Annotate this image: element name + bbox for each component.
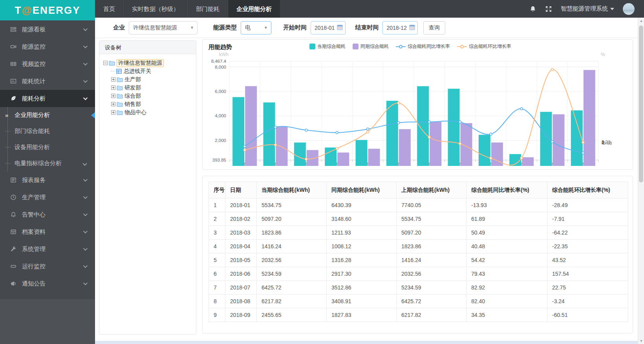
sidebar-item-alarm-center[interactable]: 告警中心 xyxy=(0,206,95,223)
expand-icon[interactable] xyxy=(111,77,115,82)
table-row: 12018-015534.756430.397740.05-13.93-28.4… xyxy=(209,198,628,212)
tree-node-label[interactable]: 许继信息智慧能源 xyxy=(117,59,164,67)
tree-node[interactable]: 销售部 xyxy=(111,100,192,108)
table-cell: 8 xyxy=(209,295,225,308)
expand-icon[interactable] xyxy=(111,110,115,115)
report-icon xyxy=(10,177,16,183)
start-time-input[interactable]: 2018-01 xyxy=(311,21,346,35)
legend-item[interactable]: 综合能耗同比增长率 xyxy=(396,43,450,50)
collapse-icon[interactable] xyxy=(103,61,108,65)
tree-node-label[interactable]: 研发部 xyxy=(124,84,141,91)
legend-item[interactable]: 当期综合能耗 xyxy=(309,43,346,50)
tree-node-label[interactable]: 物品中心 xyxy=(124,109,146,116)
system-name-menu[interactable]: 智慧能源管理系统 xyxy=(561,5,614,13)
calendar-icon[interactable] xyxy=(337,24,343,31)
meter-icon xyxy=(116,68,122,74)
table-column-header: 序号 xyxy=(209,182,225,198)
sidebar-item-label: 视频监控 xyxy=(22,60,46,68)
sidebar-subitem-power-indicator-analysis[interactable]: 电量指标综合分析 xyxy=(0,155,95,171)
nav-tab-home[interactable]: 首页 xyxy=(95,0,123,18)
svg-text:393.85: 393.85 xyxy=(212,158,226,162)
tree-node-label[interactable]: 销售部 xyxy=(124,101,141,108)
chevron-down-icon: ▼ xyxy=(264,25,268,30)
expand-icon[interactable] xyxy=(111,94,115,98)
scroll-up-button[interactable]: ▲ xyxy=(638,18,644,24)
company-select[interactable]: 许继信息智慧能源 ▼ xyxy=(129,21,198,35)
horizontal-scrollbar[interactable] xyxy=(95,341,638,344)
svg-text:8,000: 8,000 xyxy=(215,65,226,69)
folder-icon xyxy=(109,60,115,66)
fullscreen-icon[interactable] xyxy=(545,5,552,13)
sidebar-subitem-label: 部门综合能耗 xyxy=(15,127,50,135)
sidebar-item-video-monitoring[interactable]: 视频监控 xyxy=(0,55,95,73)
drive-icon xyxy=(10,263,16,269)
tree-node-label[interactable]: 综合部 xyxy=(124,93,141,100)
expand-icon[interactable] xyxy=(111,86,115,90)
active-item-marker xyxy=(91,112,95,118)
tree-node[interactable]: 总进线开关 xyxy=(111,67,192,75)
table-cell: 1316.28 xyxy=(327,253,397,267)
nav-tab-enterprise-energy-analysis[interactable]: 企业用能分析 xyxy=(228,0,280,18)
table-cell: 82.92 xyxy=(467,281,547,295)
search-button[interactable]: 查询 xyxy=(423,21,445,35)
sidebar-item-archives[interactable]: 档案资料 xyxy=(0,223,95,240)
sidebar-item-energy-dashboard[interactable]: 能源看板 xyxy=(0,21,95,38)
tree-line-icon xyxy=(5,163,11,164)
table-cell: 54.42 xyxy=(467,253,547,267)
sidebar-item-production-mgmt[interactable]: 生产管理 xyxy=(0,189,95,206)
sidebar-item-label: 通知公告 xyxy=(22,280,46,288)
scroll-down-button[interactable]: ▼ xyxy=(638,338,644,344)
energy-data-table-panel: 序号日期当期综合能耗(kWh)同期综合能耗(kWh)上期综合能耗(kWh)综合能… xyxy=(202,176,633,333)
filter-bar: 企业 许继信息智慧能源 ▼ 能源类型 电 ▼ 开始时间 2018-01 结束时间… xyxy=(95,18,638,38)
vertical-scrollbar[interactable]: ▲ ▼ xyxy=(638,18,644,344)
tree-node-label[interactable]: 生产部 xyxy=(124,76,141,83)
chevron-down-icon xyxy=(83,177,88,182)
sidebar-item-label: 系统管理 xyxy=(22,246,46,253)
expand-icon[interactable] xyxy=(111,102,115,106)
tree-line-icon xyxy=(5,147,11,147)
sidebar-item-operation-monitoring[interactable]: 运行监控 xyxy=(0,258,95,275)
tree-node-root[interactable]: 许继信息智慧能源 xyxy=(103,59,192,67)
nav-tab-realtime-data[interactable]: 实时数据（秒级） xyxy=(123,0,187,18)
legend-item[interactable]: 综合能耗环比增长率 xyxy=(457,43,511,50)
svg-text:%: % xyxy=(601,52,605,57)
sidebar-item-notice[interactable]: 通知公告 xyxy=(0,275,95,292)
tree-node[interactable]: 物品中心 xyxy=(111,108,192,116)
table-cell: 22.75 xyxy=(547,281,628,295)
end-time-input[interactable]: 2018-12 xyxy=(382,21,417,35)
sidebar-item-report-service[interactable]: 报表服务 xyxy=(0,171,95,189)
energy-type-select[interactable]: 电 ▼ xyxy=(241,21,271,35)
table-cell: 6430.39 xyxy=(327,198,397,212)
tree-node-label[interactable]: 总进线开关 xyxy=(124,68,151,75)
legend-bar-swatch xyxy=(309,44,315,49)
sidebar-item-energy-monitoring[interactable]: 能源监控 xyxy=(0,38,95,55)
chevron-down-icon: ▼ xyxy=(190,25,194,30)
sidebar-item-label: 能耗分析 xyxy=(22,95,46,102)
end-time-label: 结束时间 xyxy=(355,24,379,31)
sidebar-subitem-enterprise-energy-analysis[interactable]: »企业用能分析 xyxy=(0,107,95,123)
table-cell: -64.22 xyxy=(547,226,628,240)
table-row: 72018-076425.723512.865234.5982.9222.75 xyxy=(209,281,628,295)
tree-node[interactable]: 综合部 xyxy=(111,92,192,100)
calendar-icon[interactable] xyxy=(409,24,415,31)
top-bar: 首页实时数据（秒级）部门能耗企业用能分析 智慧能源管理系统 xyxy=(0,0,644,18)
nav-tab-dept-energy[interactable]: 部门能耗 xyxy=(187,0,228,18)
sidebar-item-energy-stats[interactable]: 能耗统计 xyxy=(0,73,95,90)
main-content: 企业 许继信息智慧能源 ▼ 能源类型 电 ▼ 开始时间 2018-01 结束时间… xyxy=(95,18,638,344)
sidebar-item-system-mgmt[interactable]: 系统管理 xyxy=(0,240,95,258)
sidebar-item-energy-analysis[interactable]: 能耗分析 xyxy=(0,90,95,107)
table-cell: 2018-03 xyxy=(225,226,257,240)
sidebar-subitem-dept-comprehensive-energy[interactable]: 部门综合能耗 xyxy=(0,123,95,139)
sidebar-item-label: 告警中心 xyxy=(22,211,46,218)
tree-node[interactable]: 研发部 xyxy=(111,84,192,92)
table-cell: 1823.86 xyxy=(257,226,327,240)
sidebar-subitem-device-energy-analysis[interactable]: 设备用能分析 xyxy=(0,139,95,155)
tree-node[interactable]: 生产部 xyxy=(111,75,192,84)
table-cell: 6425.72 xyxy=(257,281,327,295)
table-cell: 1 xyxy=(209,198,225,212)
scrollbar-thumb[interactable] xyxy=(639,25,643,182)
avatar[interactable] xyxy=(623,3,635,15)
bell-icon[interactable] xyxy=(529,5,536,13)
legend-item[interactable]: 同期综合能耗 xyxy=(353,43,389,50)
table-cell: 2018-01 xyxy=(225,198,257,212)
